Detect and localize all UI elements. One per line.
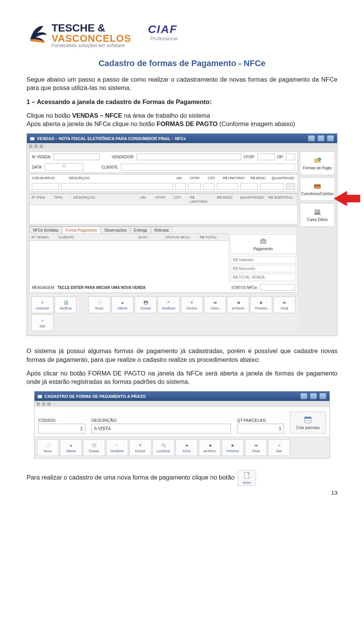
input-cfop[interactable]: [257, 153, 275, 160]
maximize-button[interactable]: [317, 135, 325, 142]
step1-text-1: Clique no botão VENDAS – NFCE na área de…: [27, 111, 337, 128]
s2-toolbar-novo[interactable]: 📄Novo: [37, 439, 59, 456]
tab-entrega[interactable]: Entrega: [130, 227, 151, 233]
input-codigo[interactable]: 1: [38, 424, 85, 434]
input-op[interactable]: [286, 153, 295, 160]
toolbar-proximo[interactable]: ▶Próximo: [250, 297, 272, 313]
label-descricao: DESCRIÇÃO:: [69, 176, 90, 180]
input-cfop2[interactable]: [188, 183, 201, 190]
toolbar-final[interactable]: ⏭Final: [273, 297, 295, 313]
s2-toolbar-inicio[interactable]: ⏮Início: [176, 439, 198, 456]
input-cliente[interactable]: [121, 164, 295, 170]
tab-nfce-emitidas[interactable]: NFCe Emitidas: [30, 227, 62, 233]
toolbar-autorizar[interactable]: ✔Autorizar: [31, 297, 53, 313]
s2-toolbar-excluir[interactable]: ✕Excluir: [129, 439, 151, 456]
input-qtparcelas[interactable]: 1: [237, 424, 284, 434]
svg-rect-8: [314, 213, 321, 215]
side-formas-pagto-button[interactable]: + Formas de Pagto: [300, 151, 335, 175]
toolbar-sair[interactable]: ⎋Sair: [31, 314, 53, 331]
s2-minimize-button[interactable]: [300, 393, 308, 399]
side-convenios-button[interactable]: Convênios/Cartões: [300, 177, 335, 201]
criar-parcelas-button[interactable]: Criar parcelas: [290, 412, 326, 434]
label-un: UN:: [176, 176, 182, 180]
lower-grid-header: Nº VENDA: CLIENTE: DATA: STATUS NFCe: R$…: [30, 233, 229, 240]
input-data[interactable]: / /: [45, 163, 83, 171]
mensagem-label: MENSAGEM:: [32, 286, 55, 290]
screenshot-nfce-window: VENDAS – NOTA FISCAL ELETRÔNICA PARA CON…: [27, 133, 337, 336]
label-data: DATA:: [32, 165, 42, 169]
s2-toolbar-final[interactable]: ⏭Final: [245, 439, 267, 456]
label-cfop: CFOP:: [243, 155, 255, 159]
input-descricao-s2[interactable]: A VISTA: [91, 424, 231, 434]
header-logos: TESCHE & VASCONCELOS Fornecendo soluções…: [27, 23, 337, 48]
input-quant[interactable]: [260, 183, 284, 190]
tab-forma-pagamento[interactable]: Forma Pagamento: [62, 227, 100, 233]
page-number: 13: [331, 489, 337, 496]
input-un[interactable]: [175, 183, 186, 190]
input-rdesc[interactable]: [240, 183, 258, 190]
label-codigo: CÓDIGO:: [38, 418, 85, 423]
svg-point-14: [309, 420, 311, 421]
s2-toolbar-gravar[interactable]: 💾Gravar: [83, 439, 105, 456]
label-cliente: CLIENTE:: [102, 165, 119, 169]
svg-rect-5: [314, 185, 321, 189]
s2-close-button[interactable]: [319, 393, 326, 399]
logo-tagline: Fornecendo soluções em software: [52, 43, 131, 48]
lower-grid-body[interactable]: [30, 240, 229, 275]
inline-novo-button-icon: Novo: [238, 470, 256, 486]
items-grid-body[interactable]: [30, 205, 297, 224]
svg-marker-0: [334, 191, 360, 206]
window-titlebar: VENDAS – NOTA FISCAL ELETRÔNICA PARA CON…: [27, 134, 337, 143]
label-descricao-s2: DESCRIÇÃO:: [91, 418, 231, 423]
label-codbarras: CÓD.BARRAS:: [32, 176, 55, 180]
s2-toolbar-alterar[interactable]: ▲Alterar: [60, 439, 82, 456]
toolbar-inicio[interactable]: ⏮Início: [204, 297, 226, 313]
close-button[interactable]: [327, 135, 334, 142]
toolbar-gravar[interactable]: 💾Gravar: [135, 297, 157, 313]
toolbar-anterior[interactable]: ◀anTerior: [227, 297, 249, 313]
toolbar-excluir[interactable]: ✕Excluir: [181, 297, 203, 313]
input-vendedor[interactable]: [136, 153, 241, 160]
svg-rect-11: [304, 417, 311, 419]
paragraph-6: Para realizar o cadastro de uma nova for…: [27, 470, 337, 486]
s2-toolbar-localizar[interactable]: 🔍Localizar: [152, 439, 174, 456]
logo-tesche-vasconcelos: TESCHE & VASCONCELOS Fornecendo soluções…: [27, 23, 131, 48]
s2-toolbar-proximo[interactable]: ▶Próximo: [222, 439, 244, 456]
window-title: VENDAS – NOTA FISCAL ELETRÔNICA PARA CON…: [37, 136, 186, 141]
paragraph-4: O sistema já possui algumas formas de pa…: [27, 347, 337, 364]
s2-toolbar-desfazer[interactable]: ↶Desfazer: [106, 439, 128, 456]
input-runit[interactable]: [217, 183, 238, 190]
label-rdesc: R$ DESC:: [251, 176, 267, 180]
toolbar-novo[interactable]: 📄Novo: [88, 297, 110, 313]
status-value: [260, 284, 295, 291]
minimize-button[interactable]: [308, 135, 315, 142]
toolbar-desfazer[interactable]: ↶Desfazer: [158, 297, 180, 313]
screenshot-cadastro-forma-pagto: CADASTRO DE FORMA DE PAGAMENTO A PRAZO ⋯…: [34, 391, 330, 459]
input-nvenda[interactable]: [53, 153, 100, 160]
tab-retirada[interactable]: Retirada: [151, 227, 172, 233]
status-label: STATUS NFCe:: [231, 286, 258, 290]
s2-toolbar-sair[interactable]: ⎋Sair: [268, 439, 290, 456]
totals-panel: R$ Subtotal: R$ Desconto: R$ TOTAL VENDA…: [229, 255, 297, 282]
input-codbarras[interactable]: [32, 183, 59, 190]
button-add-item[interactable]: [286, 183, 295, 190]
svg-point-13: [308, 420, 309, 421]
paragraph-5: Após clicar no botão FORMA DE PAGTO na j…: [27, 369, 337, 386]
svg-rect-9: [38, 395, 42, 398]
svg-point-12: [306, 420, 307, 421]
s2-toolbar-anterior[interactable]: ◀anTerior: [199, 439, 221, 456]
pagamento-button[interactable]: Pagamento: [230, 234, 297, 254]
s2-window-titlebar: CADASTRO DE FORMA DE PAGAMENTO A PRAZO: [35, 391, 329, 401]
side-caixa-button[interactable]: Caixa Diário: [300, 203, 335, 227]
toolbar-verificar[interactable]: 🔄Verificar: [55, 297, 77, 313]
tab-observacoes[interactable]: Observações: [101, 227, 130, 233]
input-cst[interactable]: [203, 183, 215, 190]
logo-line1: TESCHE &: [52, 23, 131, 33]
svg-rect-1: [30, 137, 34, 140]
label-qtparcelas: QT.PARCELAS:: [237, 418, 284, 423]
toolbar-alterar[interactable]: ▲Alterar: [111, 297, 133, 313]
nfce-toolbar: ✔Autorizar 🔄Verificar 📄Novo ▲Alterar 💾Gr…: [29, 294, 298, 333]
s2-maximize-button[interactable]: [310, 393, 317, 399]
input-descricao[interactable]: [61, 183, 173, 190]
label-cst: CST:: [208, 176, 215, 180]
